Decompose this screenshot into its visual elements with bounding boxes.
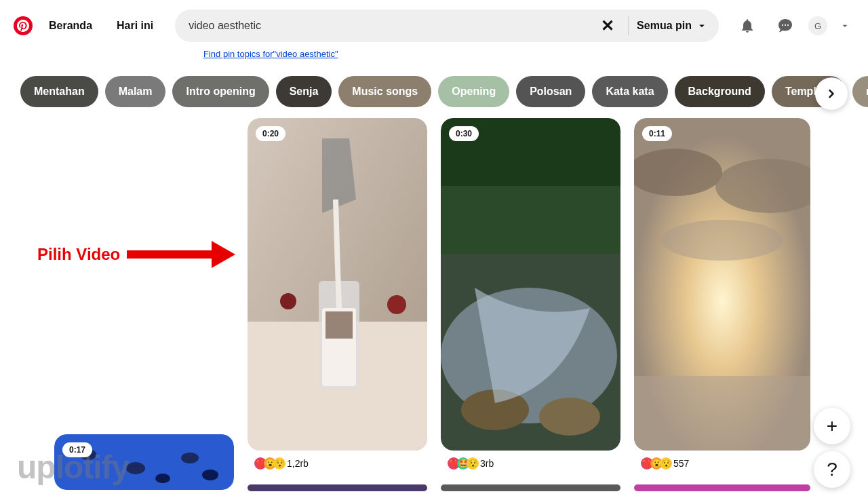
messages-icon[interactable]: [770, 11, 800, 41]
pin-partial-3[interactable]: [634, 484, 810, 491]
chip-senja[interactable]: Senja: [276, 76, 332, 107]
pin-thumbnail: [441, 118, 620, 451]
search-filter-button[interactable]: Semua pin: [637, 20, 708, 32]
pin-reactions-3[interactable]: ❤️ 😮 😯 557: [641, 457, 689, 470]
annotation-overlay: Pilih Video: [37, 241, 235, 268]
clear-search-icon[interactable]: ✕: [595, 16, 620, 35]
add-button[interactable]: +: [814, 408, 850, 444]
reaction-count: 557: [673, 458, 689, 469]
pin-video-1[interactable]: 0:20: [248, 118, 427, 451]
account-menu-button[interactable]: [835, 16, 854, 35]
reaction-count: 1,2rb: [287, 458, 309, 469]
svg-point-6: [387, 295, 406, 314]
chips-scroll-right-button[interactable]: [815, 77, 848, 110]
svg-point-23: [202, 470, 218, 480]
reaction-count: 3rb: [480, 458, 494, 469]
header: Beranda Hari ini ✕ Semua pin G: [0, 0, 868, 45]
help-button[interactable]: ?: [814, 451, 850, 488]
annotation-text: Pilih Video: [37, 245, 120, 264]
search-input[interactable]: [186, 20, 595, 32]
svg-rect-8: [441, 186, 620, 254]
svg-point-22: [155, 474, 170, 483]
pin-partial-2[interactable]: [441, 484, 620, 491]
chip-malam[interactable]: Malam: [105, 76, 166, 107]
watermark: uplotify: [17, 449, 129, 486]
pinterest-logo[interactable]: [14, 16, 33, 35]
emoji-stack: ❤️ 😮 😯: [254, 457, 283, 470]
chevron-right-icon: [825, 87, 838, 100]
divider: [628, 16, 629, 35]
avatar[interactable]: G: [808, 16, 827, 35]
filter-chips: Mentahan Malam Intro opening Senja Music…: [0, 60, 868, 118]
pin-thumbnail: [634, 118, 810, 451]
chip-mentahan[interactable]: Mentahan: [20, 76, 98, 107]
chip-intro-opening[interactable]: Intro opening: [172, 76, 269, 107]
chip-kata-kata[interactable]: Kata kata: [592, 76, 667, 107]
help-icon: ?: [827, 459, 837, 480]
emoji-stack: ❤️ 😮 😯: [641, 457, 669, 470]
pin-partial-1[interactable]: [248, 484, 427, 491]
pin-reactions-2[interactable]: ❤️ 🤩 😯 3rb: [448, 457, 494, 470]
chip-partial[interactable]: ng: [852, 76, 868, 107]
emoji-stack: ❤️ 🤩 😯: [448, 457, 476, 470]
chip-background[interactable]: Background: [675, 76, 765, 107]
chip-music-songs[interactable]: Music songs: [338, 76, 431, 107]
svg-point-21: [181, 453, 199, 463]
pin-thumbnail: [248, 118, 427, 451]
chip-polosan[interactable]: Polosan: [516, 76, 585, 107]
nav-today[interactable]: Hari ini: [108, 14, 161, 37]
plus-icon: +: [827, 415, 837, 437]
notifications-icon[interactable]: [732, 11, 762, 41]
nav-home[interactable]: Beranda: [41, 14, 100, 37]
chevron-down-icon: [696, 20, 708, 32]
svg-point-16: [661, 220, 783, 261]
svg-point-12: [539, 398, 600, 436]
svg-rect-24: [127, 250, 215, 259]
duration-badge: 0:20: [256, 126, 285, 141]
topics-link[interactable]: Find pin topics for"video aesthetic": [203, 49, 338, 59]
chip-opening[interactable]: Opening: [438, 76, 509, 107]
pin-video-3[interactable]: 0:11: [634, 118, 810, 451]
pin-reactions-1[interactable]: ❤️ 😮 😯 1,2rb: [254, 457, 309, 470]
duration-badge: 0:11: [642, 126, 672, 141]
pin-video-2[interactable]: 0:30: [441, 118, 620, 451]
svg-point-5: [280, 293, 296, 309]
duration-badge: 0:30: [449, 126, 479, 141]
svg-rect-4: [326, 311, 353, 339]
arrow-icon: [127, 241, 235, 268]
filter-label: Semua pin: [637, 20, 692, 32]
search-bar: ✕ Semua pin: [175, 9, 719, 42]
svg-rect-17: [634, 376, 810, 451]
